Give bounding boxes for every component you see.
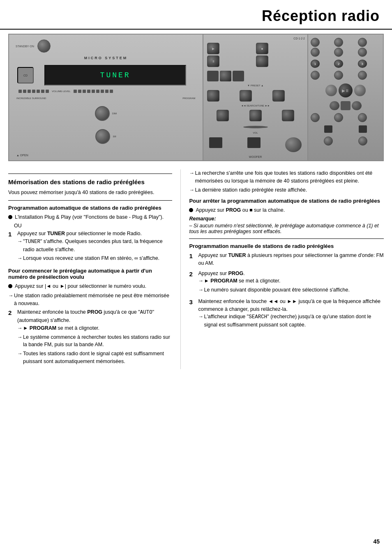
stop-title: Pour arrêter la programmation automatiqu… — [189, 198, 384, 204]
remote-btn-bottom-2[interactable] — [358, 137, 367, 146]
search-r-btn[interactable] — [272, 90, 285, 102]
vol-knob[interactable] — [243, 126, 268, 128]
remote-btn-2[interactable] — [334, 38, 343, 47]
bass-btn[interactable] — [209, 137, 222, 148]
display-area: TUNER — [44, 65, 186, 86]
remote-mid[interactable] — [341, 101, 350, 110]
arrow-search: La recherche s'arrête une fois que toute… — [189, 169, 384, 185]
remote-vol-down[interactable] — [325, 85, 337, 96]
prog-btn[interactable] — [217, 110, 229, 121]
step1-arrow1: "TUNER" s'affiche. Quelques secondes plu… — [17, 238, 172, 254]
tuner-monospace: TUNER — [25, 239, 40, 245]
remote-bass[interactable] — [324, 125, 332, 133]
remote-btn-5[interactable] — [334, 48, 343, 57]
tuner-btn[interactable] — [220, 71, 231, 81]
step2-num: 2 — [8, 308, 14, 366]
bullet1-text: L'installation Plug & Play (voir "Foncti… — [15, 213, 164, 221]
ou-text: OU — [8, 223, 172, 229]
aux-btn[interactable] — [282, 110, 294, 121]
remote-btn-8[interactable] — [334, 71, 343, 80]
bullet-item-1: L'installation Plug & Play (voir "Foncti… — [8, 213, 172, 221]
col-left: Mémorisation des stations de radio préré… — [8, 169, 181, 369]
dot — [110, 90, 113, 93]
remote-btn-4[interactable] — [311, 48, 320, 57]
dim-knob[interactable] — [95, 106, 110, 121]
remarque-bold: Remarque: — [189, 216, 216, 222]
remote-num-1[interactable]: 1 — [311, 60, 320, 68]
remote-vol-up[interactable] — [354, 85, 366, 96]
sr-label: SR — [113, 135, 116, 138]
stop-stop-bold: ■ — [249, 207, 253, 213]
bullet2-text: Appuyez sur |◄ ou ►| pour sélectionner l… — [15, 282, 146, 290]
bullet-dot-1 — [8, 215, 12, 219]
device-middle-panel: CD·1·2·2 ▶ ■ ⏸ ▼ PRESET ▲ ◄◄ SEARCH/TUNE… — [203, 35, 308, 160]
remote-btn-11[interactable] — [334, 113, 343, 122]
step1-item: 1 Appuyez sur TUNER pour sélectionner le… — [8, 230, 172, 264]
dot — [41, 90, 44, 93]
remote-btn-6[interactable] — [358, 48, 367, 57]
man-step2-num: 2 — [189, 270, 195, 295]
remote-btn-3[interactable] — [358, 38, 367, 47]
rec-btn[interactable] — [249, 110, 262, 121]
man-step3-arrow1: L'afficheur indique "SEARCH" (recherche)… — [198, 313, 384, 329]
man-step1-text: Appuyez sur TUNER à plusieurs reprises p… — [198, 252, 384, 267]
page-number: 45 — [373, 538, 380, 545]
remote-btn-1[interactable] — [311, 38, 320, 47]
divider-3 — [189, 238, 384, 239]
auto-monospace: AUTO — [140, 310, 152, 315]
play-btn[interactable]: ▶ — [207, 43, 219, 54]
prereglage-title: Pour commencer le préréglage automatique… — [8, 268, 172, 280]
step2-arrow3: Toutes les stations radio dont le signal… — [17, 350, 172, 366]
sr-knob[interactable] — [95, 129, 110, 144]
remote-mid-btns — [310, 70, 381, 81]
dot — [101, 90, 104, 93]
pause-btn[interactable]: ⏸ — [207, 56, 219, 67]
standby-label: STANDBY·ON — [16, 45, 34, 48]
volume-label: VOLUME·LEVEL — [52, 90, 71, 93]
next-btn[interactable] — [233, 71, 244, 81]
program-label-man: PROGRAM — [210, 278, 237, 284]
page-title: Réception radio — [262, 7, 380, 24]
step1-num: 1 — [8, 230, 14, 264]
remote-treble[interactable] — [359, 125, 367, 133]
bullet-dot-2 — [8, 284, 12, 288]
dot — [23, 90, 26, 93]
man-step2-item: 2 Appuyez sur PROG. ► PROGRAM se met à c… — [189, 270, 384, 295]
search-l-btn[interactable] — [207, 90, 219, 102]
dot — [83, 90, 86, 93]
step2-text: Maintenez enfoncée la touche PROG jusqu'… — [17, 309, 154, 323]
treble-btn[interactable] — [247, 137, 261, 148]
step1-text: Appuyez sur TUNER pour sélectionner le m… — [17, 231, 142, 236]
dot — [74, 90, 77, 93]
open-label: ▲ OPEN — [16, 154, 28, 157]
demo-stop-btn[interactable] — [256, 56, 268, 67]
stop-btn[interactable]: ■ — [256, 43, 268, 54]
preset-label: ▼ PRESET ▲ — [206, 84, 305, 87]
remote-play-btn[interactable]: ▶⏸ — [339, 83, 353, 97]
remote-num-3[interactable]: 3 — [358, 60, 367, 68]
step2-item: 2 Maintenez enfoncée la touche PROG jusq… — [8, 308, 172, 366]
main-content: Mémorisation des stations de radio préré… — [0, 165, 392, 377]
vol-label: VOL — [206, 132, 305, 134]
dim-label: DIM — [112, 112, 117, 115]
device-container: STANDBY·ON MICRO SYSTEM CD TUNER — [9, 35, 383, 160]
dot — [28, 90, 31, 93]
tape-btn[interactable] — [240, 90, 252, 102]
standby-btn[interactable] — [37, 39, 51, 53]
remote-next[interactable] — [352, 101, 362, 110]
woofer-knob[interactable] — [285, 137, 302, 152]
dots-row-1: VOLUME·LEVEL — [12, 89, 199, 94]
remote-btn-7[interactable] — [311, 71, 320, 80]
remote-prev[interactable] — [330, 101, 339, 110]
micro-system-label: MICRO SYSTEM — [12, 56, 199, 60]
man-step1-item: 1 Appuyez sur TUNER à plusieurs reprises… — [189, 252, 384, 267]
remote-btn-12[interactable] — [358, 113, 367, 122]
bullet-item-2: Appuyez sur |◄ ou ►| pour sélectionner l… — [8, 282, 172, 290]
man-step3-num: 3 — [189, 298, 195, 330]
remote-btn-bottom-1[interactable] — [324, 137, 333, 146]
remote-btn-9[interactable] — [358, 71, 367, 80]
remarque-label: Remarque: — [189, 216, 384, 222]
remote-btn-10[interactable] — [311, 113, 320, 122]
prev-btn[interactable] — [207, 71, 219, 81]
remote-num-2[interactable]: 2 — [334, 60, 343, 68]
